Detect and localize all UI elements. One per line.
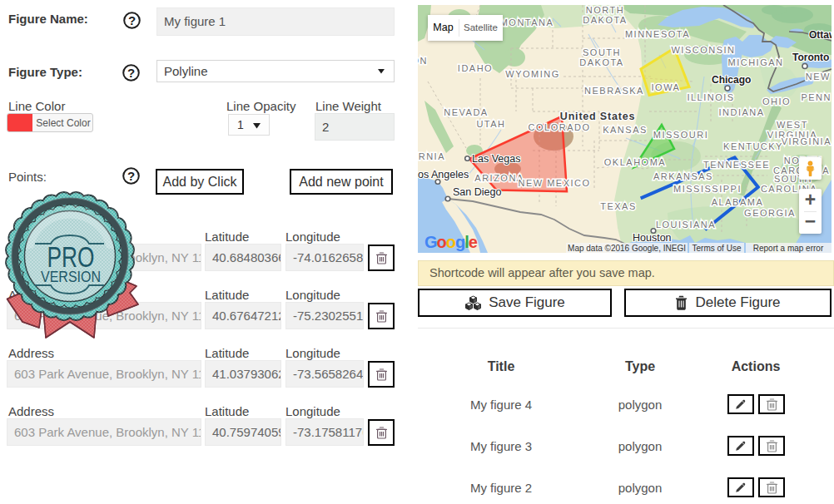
svg-text:VERSION: VERSION [41,269,101,285]
svg-text:Chicago: Chicago [712,74,751,86]
svg-text:UTAH: UTAH [476,119,505,129]
svg-text:OHIO: OHIO [762,96,791,106]
svg-text:MISSOURI: MISSOURI [653,130,708,140]
svg-text:OKLAHOMA: OKLAHOMA [604,157,666,167]
svg-text:COLORADO: COLORADO [529,122,591,132]
svg-text:TEXAS: TEXAS [600,201,637,211]
svg-text:Toronto: Toronto [792,52,829,63]
svg-text:NORTH: NORTH [586,5,624,15]
svg-text:WEST: WEST [777,120,808,130]
svg-text:DAKOTA: DAKOTA [579,57,623,67]
svg-text:MICHIGAN: MICHIGAN [728,57,784,67]
svg-text:WYOMING: WYOMING [505,69,560,79]
svg-text:ILLINOIS: ILLINOIS [687,92,734,102]
svg-text:IOWA: IOWA [652,82,681,92]
svg-text:MONTANA: MONTANA [500,17,554,27]
svg-text:ARIZONA: ARIZONA [474,173,524,183]
svg-text:IDAHO: IDAHO [458,63,493,73]
svg-text:Map data ©2016 Google, INEGI: Map data ©2016 Google, INEGI [568,244,686,253]
svg-text:MINNESOTA: MINNESOTA [625,29,690,39]
svg-text:MISSISSIPPI: MISSISSIPPI [673,184,742,194]
svg-text:KANSAS: KANSAS [603,125,648,135]
svg-text:INDIANA: INDIANA [718,107,764,117]
svg-text:?: ? [127,169,135,183]
svg-text:os Angeles: os Angeles [418,169,469,180]
svg-text:ALABAMA: ALABAMA [712,197,763,207]
svg-text:Ottaw: Ottaw [809,29,832,41]
svg-text:Houston: Houston [633,232,672,244]
svg-text:Report a map error: Report a map error [753,244,824,253]
svg-text:SOUTH: SOUTH [583,47,621,57]
svg-text:San Diego: San Diego [453,186,501,198]
svg-text:TENNESSEE: TENNESSEE [703,160,770,170]
svg-text:WISCONSIN: WISCONSIN [671,45,735,55]
svg-text:?: ? [128,13,136,27]
svg-text:DAKOTA: DAKOTA [583,15,627,25]
svg-text:?: ? [127,66,135,80]
svg-text:United States: United States [560,111,635,122]
svg-text:Las Vegas: Las Vegas [472,153,520,165]
svg-text:GON: GON [418,56,428,66]
svg-text:Terms of Use: Terms of Use [693,244,742,253]
svg-text:NEBRASKA: NEBRASKA [584,86,644,96]
svg-text:ARKANSAS: ARKANSAS [653,171,713,181]
svg-text:NEW: NEW [806,72,831,82]
svg-text:PENN: PENN [801,92,832,102]
svg-text:FORNIA: FORNIA [418,151,445,161]
svg-text:NEW MEXICO: NEW MEXICO [518,178,590,188]
svg-text:KENTUCKY: KENTUCKY [723,141,783,151]
svg-text:VIRGINIA: VIRGINIA [782,136,832,146]
svg-text:LOUISIANA: LOUISIANA [656,220,716,230]
svg-text:GEORGIA: GEORGIA [744,208,796,218]
svg-text:Google: Google [424,233,478,251]
svg-text:NEVADA: NEVADA [444,107,488,117]
